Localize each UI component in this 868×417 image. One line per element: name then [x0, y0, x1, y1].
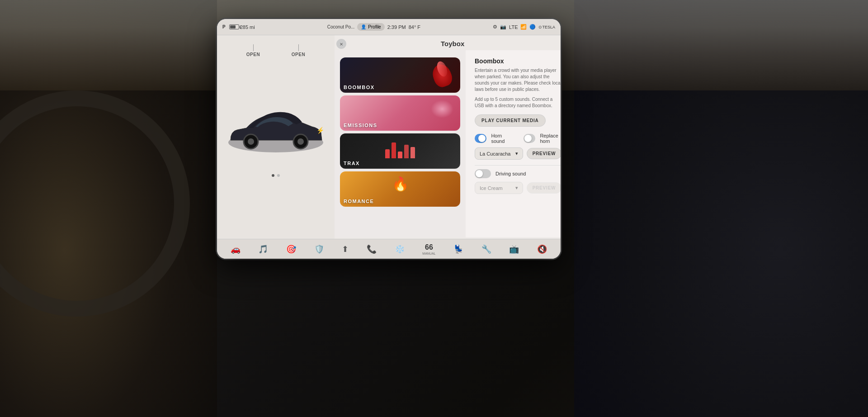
trax-bars [385, 140, 415, 158]
tesla-logo: ⊙TESLA [538, 25, 555, 29]
nav-rear[interactable]: 📺 [506, 242, 522, 256]
nav-mute[interactable]: 🔇 [534, 242, 550, 256]
horn-sound-row: Horn sound Replace horn [475, 133, 561, 144]
horn-dropdown-value: La Cucaracha [480, 151, 511, 156]
temp-label: MANUAL [422, 252, 435, 255]
lte-indicator: LTE [509, 24, 518, 30]
settings-icon: ⚙ [493, 24, 497, 30]
nav-music[interactable]: 🎵 [255, 242, 271, 256]
replace-horn-knob [524, 135, 532, 142]
screen-icon: ⬆ [342, 244, 349, 254]
emissions-label: EMISSIONS [340, 120, 381, 131]
bottom-nav: 🚗 🎵 🎯 🛡️ ⬆ 📞 ❄️ 66 MANUAL 💺 🔧 [217, 239, 561, 259]
replace-horn-toggle[interactable] [524, 134, 535, 143]
divider [475, 165, 561, 166]
main-content: OPEN OPEN [217, 35, 561, 239]
tesla-screen: P 285 mi Coconut Po... 👤 Profile 2:39 PM… [217, 19, 561, 259]
play-current-button[interactable]: PLAY CURRENT MEDIA [475, 114, 546, 127]
driving-dropdown-chevron: ▾ [515, 185, 518, 191]
driving-toggle[interactable] [475, 169, 491, 178]
boombox-section-title: Boombox [475, 57, 561, 65]
nav-temp[interactable]: 66 MANUAL [420, 242, 438, 257]
boombox-desc1: Entertain a crowd with your media player… [475, 67, 561, 93]
close-button[interactable]: × [336, 39, 346, 49]
car-visualization: ⚡ [222, 97, 330, 170]
horn-preview-button[interactable]: PREVIEW [527, 148, 561, 159]
battery-indicator: 285 mi [229, 24, 255, 30]
music-icon: 🎵 [258, 244, 268, 254]
boombox-tile[interactable]: BOOMBOX [340, 57, 460, 93]
status-bar: P 285 mi Coconut Po... 👤 Profile 2:39 PM… [217, 19, 561, 35]
status-center: Coconut Po... 👤 Profile 2:39 PM 84° F [327, 23, 420, 31]
games-grid: BOOMBOX EMISSIONS [335, 50, 466, 237]
toybox-title: Toybox [335, 35, 561, 50]
location-name: Coconut Po... [327, 24, 355, 29]
navigate-icon: 🎯 [286, 244, 296, 254]
boombox-detail: Boombox Entertain a crowd with your medi… [466, 50, 561, 237]
camera-icon: 📷 [500, 24, 506, 30]
romance-label: ROMANCE [340, 196, 377, 207]
car-svg: ⚡ [222, 97, 330, 156]
range-display: 285 mi [240, 24, 255, 30]
front-open-label: OPEN [246, 44, 260, 57]
svg-point-2 [248, 138, 254, 145]
horn-dropdown-chevron: ▾ [515, 151, 518, 156]
horn-toggle[interactable] [475, 134, 486, 143]
driving-dropdown-row: Ice Cream ▾ PREVIEW [475, 182, 561, 194]
replace-horn-label: Replace horn [540, 133, 561, 144]
signal-icon: 📶 [520, 24, 527, 30]
park-indicator: P [222, 24, 226, 29]
emissions-cloud [431, 100, 453, 118]
time-display: 2:39 PM [387, 24, 406, 30]
nav-screen[interactable]: ⬆ [339, 242, 351, 256]
horn-sound-dropdown[interactable]: La Cucaracha ▾ [475, 147, 523, 160]
nav-fan[interactable]: ❄️ [392, 242, 407, 256]
driving-sound-dropdown[interactable]: Ice Cream ▾ [475, 182, 523, 194]
romance-tile[interactable]: 🔥 ROMANCE [340, 171, 460, 207]
status-left: P 285 mi [222, 24, 255, 30]
fan-icon: ❄️ [395, 244, 405, 254]
phone-icon: 📞 [367, 244, 377, 254]
car-icon: 🚗 [231, 244, 241, 254]
dot-1 [272, 174, 274, 177]
nav-car[interactable]: 🚗 [228, 242, 243, 256]
profile-button[interactable]: 👤 Profile [357, 23, 384, 31]
romance-fire: 🔥 [392, 176, 409, 192]
seat-icon: 💺 [453, 244, 463, 254]
horn-dropdown-row: La Cucaracha ▾ PREVIEW [475, 147, 561, 160]
safety-icon: 🛡️ [314, 244, 324, 254]
boombox-label: BOOMBOX [340, 82, 378, 93]
horn-sound-label: Horn sound [491, 133, 510, 144]
trax-tile[interactable]: TRAX [340, 133, 460, 169]
status-right: ⚙ 📷 LTE 📶 🔵 ⊙TESLA [493, 24, 555, 30]
toybox-area: Toybox × BOOMBOX [335, 35, 561, 239]
boombox-desc2: Add up to 5 custom sounds. Connect a USB… [475, 96, 561, 109]
driving-toggle-knob [476, 170, 483, 177]
pagination-dots [272, 174, 280, 177]
mute-icon: 🔇 [537, 244, 547, 254]
nav-schedule[interactable]: 🔧 [479, 242, 494, 256]
schedule-icon: 🔧 [481, 244, 491, 254]
svg-point-4 [297, 138, 304, 145]
temp-display: 66 [425, 243, 433, 251]
car-panel: OPEN OPEN [217, 35, 335, 239]
emissions-tile[interactable]: EMISSIONS [340, 95, 460, 131]
rear-icon: 📺 [509, 244, 519, 254]
temp-display: 84° F [409, 24, 420, 30]
profile-label: Profile [368, 24, 381, 29]
horn-toggle-knob [478, 135, 486, 142]
open-labels: OPEN OPEN [217, 44, 335, 57]
driving-sound-label: Driving sound [495, 171, 526, 176]
nav-seat[interactable]: 💺 [451, 242, 466, 256]
profile-icon: 👤 [361, 24, 366, 29]
nav-navigate[interactable]: 🎯 [283, 242, 299, 256]
bluetooth-icon: 🔵 [529, 24, 536, 30]
top-open-label: OPEN [292, 44, 305, 57]
driving-dropdown-value: Ice Cream [480, 185, 503, 191]
nav-phone[interactable]: 📞 [364, 242, 379, 256]
driving-sound-row: Driving sound [475, 169, 561, 178]
dot-2 [277, 174, 280, 177]
driving-preview-button[interactable]: PREVIEW [527, 182, 561, 194]
trax-label: TRAX [340, 158, 363, 169]
nav-safety[interactable]: 🛡️ [311, 242, 327, 256]
